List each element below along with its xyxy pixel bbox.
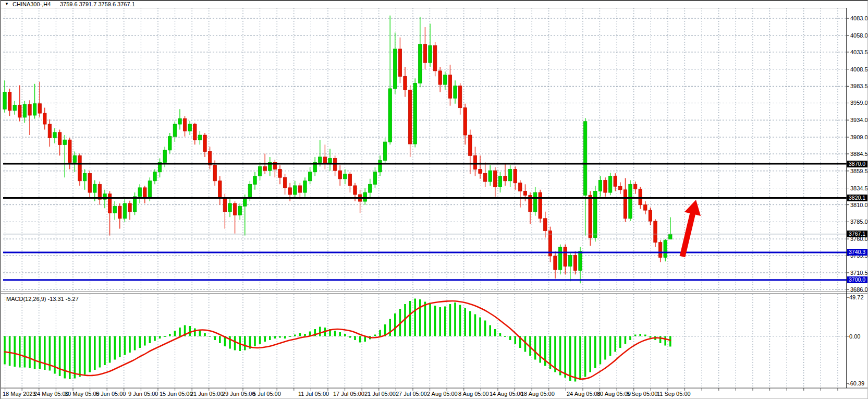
chart-title-bar: ▼ CHINA300-,H4 3759.6 3791.7 3759.6 3767… — [1, 1, 867, 8]
candle-bear — [98, 184, 101, 199]
macd-histogram-bar — [279, 336, 281, 338]
macd-histogram-bar — [139, 336, 141, 348]
macd-histogram-bar — [419, 299, 421, 336]
candle-bear — [519, 183, 522, 191]
date-axis-label[interactable]: 5 Jun 05:00 — [96, 391, 126, 397]
candle-bull — [498, 176, 502, 187]
candle-bear — [523, 191, 527, 195]
date-axis-label[interactable]: 18 Aug 05:00 — [521, 391, 555, 397]
macd-histogram-bar — [414, 299, 416, 336]
candle-bear — [438, 71, 442, 84]
candle-bear — [514, 170, 517, 183]
date-axis-label[interactable]: 15 Jun 05:00 — [160, 391, 193, 397]
candle-bull — [569, 256, 572, 267]
date-axis-label[interactable]: 30 Aug 05:00 — [597, 391, 631, 397]
up-arrow-annotation[interactable] — [680, 200, 701, 257]
macd-histogram-bar — [74, 336, 76, 379]
date-axis-label[interactable]: 5 Sep 05:00 — [627, 391, 657, 397]
macd-histogram-bar — [299, 333, 301, 336]
candle-bear — [8, 92, 11, 110]
candle-bull — [168, 137, 172, 150]
macd-histogram-bar — [554, 336, 556, 372]
candle-bull — [248, 184, 251, 198]
candle-bear — [469, 135, 472, 155]
macd-histogram-bar — [524, 336, 527, 352]
candle-bear — [504, 176, 507, 181]
macd-histogram-bar — [539, 336, 541, 363]
macd-histogram-bar — [625, 336, 627, 344]
macd-histogram-bar — [214, 336, 216, 341]
date-axis-label[interactable]: 5 Jul 05:00 — [253, 391, 281, 397]
candle-bull — [363, 192, 366, 201]
macd-histogram-bar — [179, 328, 181, 336]
macd-histogram-bar — [189, 326, 191, 336]
date-axis-label[interactable]: 27 Jul 05:00 — [396, 391, 427, 397]
date-axis-label[interactable]: 18 May 2023 — [3, 391, 36, 397]
date-axis-label[interactable]: 30 May 05:00 — [65, 391, 100, 397]
date-axis-label[interactable]: 24 Aug 05:00 — [567, 391, 601, 397]
candle-bear — [128, 203, 131, 212]
macd-histogram-bar — [114, 336, 116, 360]
candle-bull — [583, 122, 586, 195]
macd-histogram-bar — [19, 336, 21, 368]
candle-bull — [238, 206, 241, 215]
date-axis-label[interactable]: 21 Jul 05:00 — [364, 391, 396, 397]
candle-bear — [298, 186, 301, 192]
macd-histogram-bar — [144, 336, 146, 346]
macd-histogram-bar — [449, 304, 451, 336]
macd-histogram-bar — [104, 336, 106, 366]
macd-histogram-bar — [489, 325, 491, 336]
candle-bull — [629, 184, 632, 219]
date-axis-label[interactable]: 17 Jul 05:00 — [333, 391, 364, 397]
macd-histogram-bar — [334, 331, 336, 336]
macd-histogram-bar — [429, 304, 431, 336]
candle-bear — [589, 195, 592, 237]
price-axis-label: 3859.5 — [850, 168, 868, 174]
candle-bull — [508, 170, 511, 181]
macd-histogram-bar — [204, 333, 206, 336]
macd-histogram-bar — [199, 331, 201, 336]
candle-bull — [303, 181, 307, 192]
price-level-tag: 3700.0 — [847, 276, 868, 283]
macd-histogram-bar — [9, 336, 11, 366]
candle-bear — [213, 165, 216, 181]
macd-histogram-bar — [259, 336, 261, 344]
current-price-tag: 3767.1 — [847, 231, 868, 237]
date-axis-label[interactable]: 21 Jun 05:00 — [190, 391, 224, 397]
macd-histogram-bar — [84, 336, 86, 375]
candle-bear — [644, 205, 647, 210]
macd-histogram-bar — [339, 332, 341, 336]
symbol-dropdown-icon[interactable]: ▼ — [5, 2, 9, 6]
candle-bear — [473, 155, 476, 169]
candle-bear — [624, 190, 627, 219]
date-axis-label[interactable]: 11 Sep 05:00 — [657, 391, 691, 397]
date-axis-label[interactable]: 14 Aug 05:00 — [490, 391, 523, 397]
date-axis-label[interactable]: 24 May 05:00 — [34, 391, 69, 397]
date-axis-label[interactable]: 8 Aug 05:00 — [458, 391, 489, 397]
macd-histogram-bar — [589, 336, 591, 372]
candle-bear — [43, 113, 46, 124]
candle-bull — [378, 160, 382, 172]
macd-histogram-bar — [394, 313, 396, 336]
candle-bull — [113, 206, 116, 213]
macd-histogram-bar — [34, 336, 36, 369]
macd-histogram-bar — [609, 336, 612, 356]
chart-canvas[interactable] — [1, 1, 868, 399]
date-axis-label[interactable]: 9 Jun 05:00 — [128, 391, 158, 397]
date-axis-label[interactable]: 11 Jul 05:00 — [298, 391, 329, 397]
candle-bull — [413, 83, 417, 144]
candle-bull — [228, 203, 231, 212]
macd-histogram-bar — [469, 311, 471, 336]
candle-bear — [614, 176, 617, 187]
macd-histogram-bar — [409, 301, 411, 336]
macd-histogram-bar — [509, 336, 511, 341]
macd-histogram-bar — [159, 336, 161, 339]
date-axis-label[interactable]: 29 Jun 05:00 — [222, 391, 255, 397]
candle-bear — [278, 170, 282, 178]
candle-bear — [448, 75, 451, 99]
macd-histogram-bar — [614, 336, 616, 352]
date-axis-label[interactable]: 2 Aug 05:00 — [427, 391, 458, 397]
macd-histogram-bar — [650, 336, 652, 338]
macd-histogram-bar — [229, 336, 231, 349]
candle-bull — [188, 124, 191, 131]
